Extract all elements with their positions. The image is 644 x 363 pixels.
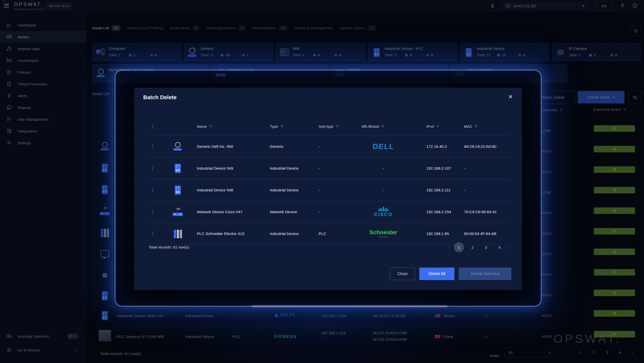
table-row[interactable]: Generic Dell Inc. 550 Generic - DELL 172…: [149, 136, 511, 158]
close-icon[interactable]: ✕: [508, 94, 513, 100]
table-header-row: Name Type Sub-type Mfr./Brand IPv4 MAC: [149, 117, 511, 136]
row-checkbox[interactable]: [152, 144, 153, 149]
industrial-device-icon: [175, 164, 181, 173]
plc-rack-icon: [174, 229, 182, 238]
delete-selected-button[interactable]: Delete Selected: [459, 268, 511, 280]
modal-footer: Total records: 61 row(s) ‹ 1 2 3 4 ›: [149, 240, 511, 255]
column-header-mac[interactable]: MAC: [464, 124, 478, 129]
page-4[interactable]: 4: [495, 242, 505, 252]
modal-title: Batch Delete: [143, 94, 177, 101]
batch-delete-modal: Batch Delete ✕ Name Type Sub-type Mfr./B…: [134, 88, 522, 290]
table-row[interactable]: Network Device Cisco 547 Network Device …: [149, 201, 511, 223]
row-checkbox[interactable]: [152, 188, 153, 192]
page-3[interactable]: 3: [481, 242, 491, 252]
column-header-subtype[interactable]: Sub-type: [318, 124, 339, 129]
column-header-type[interactable]: Type: [270, 124, 284, 129]
app-screen: OPSWAT. MetaDefender OT Security Version…: [0, 0, 644, 363]
page-prev[interactable]: ‹: [447, 245, 450, 250]
generic-device-icon: [174, 142, 182, 151]
close-button[interactable]: Close: [390, 268, 415, 280]
column-header-brand[interactable]: Mfr./Brand: [362, 124, 384, 129]
schneider-logo: SchneiderElectric: [370, 229, 397, 238]
dell-logo: DELL: [372, 142, 395, 151]
row-checkbox[interactable]: [152, 231, 153, 236]
page-2[interactable]: 2: [467, 242, 477, 252]
page-1[interactable]: 1: [454, 242, 464, 252]
batch-delete-table: Name Type Sub-type Mfr./Brand IPv4 MAC G…: [149, 117, 511, 245]
delete-all-button[interactable]: Delete All: [419, 268, 454, 280]
cisco-logo: CISCO: [374, 207, 393, 217]
column-header-name[interactable]: Name: [197, 124, 212, 129]
column-header-ipv4[interactable]: IPv4: [426, 124, 439, 129]
row-checkbox[interactable]: [152, 166, 153, 171]
modal-buttons: Close Delete All Delete Selected: [390, 268, 511, 280]
table-row[interactable]: Industrial Device 548 Industrial Device …: [149, 179, 511, 201]
industrial-device-icon: [175, 186, 181, 195]
select-all-checkbox[interactable]: [152, 124, 153, 129]
network-device-icon: [173, 207, 183, 216]
page-next[interactable]: ›: [508, 245, 511, 250]
row-checkbox[interactable]: [152, 209, 153, 214]
asset-name: Generic Dell Inc. 550: [192, 144, 262, 149]
table-row[interactable]: Industrial Device 549 Industrial Device …: [149, 158, 511, 179]
total-records: Total records: 61 row(s): [149, 245, 189, 250]
pagination: ‹ 1 2 3 4 ›: [447, 242, 511, 252]
